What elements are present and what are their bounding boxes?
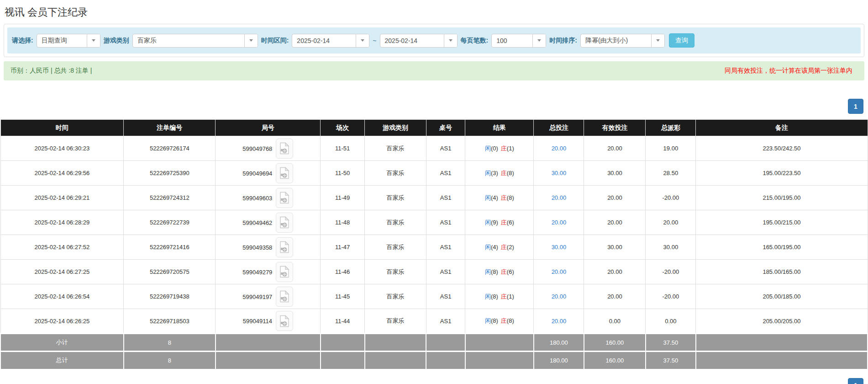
chevron-down-icon[interactable] — [532, 34, 546, 47]
date-to-select[interactable]: 2025-02-14 — [380, 34, 458, 48]
header-payout: 总派彩 — [646, 120, 696, 136]
cell-payout: -20.00 — [646, 260, 696, 284]
result-player-value: (9) — [491, 219, 498, 226]
header-valid-bet: 有效投注 — [584, 120, 646, 136]
query-type-select[interactable]: 日期查询 — [37, 34, 100, 48]
cell-total-bet: 20.00 — [534, 309, 584, 334]
cell-table-no: AS1 — [426, 235, 465, 260]
total-empty — [321, 352, 365, 369]
round-id: 599049114 — [243, 318, 272, 325]
time-range-label: 时间区间: — [261, 37, 289, 45]
total-empty — [216, 352, 321, 369]
video-icon[interactable] — [276, 311, 293, 331]
video-icon[interactable] — [276, 287, 293, 307]
cell-session: 11-44 — [321, 309, 365, 334]
filter-panel: 请选择: 日期查询 游戏类别 百家乐 时间区间: 2025-02-14 ~ 20… — [4, 24, 864, 57]
chevron-down-icon[interactable] — [651, 34, 664, 47]
chevron-down-icon[interactable] — [244, 34, 258, 47]
round-id: 599049197 — [242, 293, 272, 300]
game-type-select[interactable]: 百家乐 — [132, 34, 258, 48]
cell-remark: 223.50/242.50 — [696, 136, 868, 161]
cell-remark: 215.00/195.00 — [696, 186, 868, 210]
cell-payout: -20.00 — [646, 284, 696, 309]
total-bet-link[interactable]: 20.00 — [552, 293, 567, 300]
cell-valid-bet: 20.00 — [584, 210, 646, 235]
total-bet-link[interactable]: 20.00 — [552, 194, 567, 201]
result-banker-value: (1) — [507, 145, 514, 152]
result-player-label: 闲 — [485, 268, 491, 275]
result-player-label: 闲 — [485, 194, 491, 201]
query-type-label: 请选择: — [12, 37, 33, 45]
video-icon[interactable] — [276, 237, 293, 257]
result-banker-value: (1) — [507, 293, 514, 300]
video-icon[interactable] — [276, 163, 293, 183]
date-from-value: 2025-02-14 — [292, 34, 356, 47]
page-title: 视讯 会员下注纪录 — [5, 5, 868, 19]
cell-session: 11-51 — [321, 136, 365, 161]
total-bet-link[interactable]: 20.00 — [552, 268, 567, 275]
subtotal-row: 小计 8 180.00 160.00 37.50 — [0, 334, 868, 352]
result-player-label: 闲 — [485, 244, 491, 251]
total-bet-link[interactable]: 20.00 — [552, 145, 567, 152]
video-icon[interactable] — [276, 188, 293, 208]
result-banker-label: 庄 — [501, 170, 507, 176]
cell-game-type: 百家乐 — [365, 284, 426, 309]
page-size-select[interactable]: 100 — [491, 34, 546, 48]
round-id: 599049358 — [242, 244, 272, 251]
total-empty — [465, 352, 534, 369]
search-button[interactable]: 查询 — [669, 33, 694, 48]
cell-round: 599049358 — [216, 235, 321, 260]
result-player-value: (4) — [491, 194, 498, 201]
round-id: 599049279 — [242, 268, 272, 275]
page: 视讯 会员下注纪录 请选择: 日期查询 游戏类别 百家乐 时间区间: 2025-… — [0, 0, 868, 384]
cell-total-bet: 30.00 — [534, 235, 584, 260]
cell-table-no: AS1 — [426, 309, 465, 334]
result-banker-label: 庄 — [501, 194, 507, 201]
cell-bet-id: 522269721416 — [124, 235, 216, 260]
date-from-select[interactable]: 2025-02-14 — [292, 34, 369, 48]
cell-payout: 0.00 — [646, 309, 696, 334]
cell-time: 2025-02-14 06:26:54 — [0, 284, 124, 309]
chevron-down-icon[interactable] — [444, 34, 457, 47]
cell-valid-bet: 20.00 — [584, 136, 646, 161]
cell-table-no: AS1 — [426, 136, 465, 161]
result-banker-value: (6) — [507, 268, 514, 275]
cell-round: 599049197 — [216, 284, 321, 309]
total-bet-link[interactable]: 30.00 — [552, 244, 567, 251]
sort-select[interactable]: 降幂(由大到小) — [580, 34, 665, 48]
result-banker-label: 庄 — [501, 244, 507, 251]
header-table-no: 桌号 — [426, 120, 465, 136]
cell-result: 闲(4)庄(2) — [465, 235, 534, 260]
result-player-label: 闲 — [485, 145, 491, 152]
subtotal-payout: 37.50 — [646, 334, 696, 352]
video-icon[interactable] — [276, 139, 293, 159]
cell-payout: 28.50 — [646, 161, 696, 186]
video-icon[interactable] — [276, 213, 293, 233]
total-bet-link[interactable]: 30.00 — [552, 170, 567, 176]
header-game-type: 游戏类别 — [365, 120, 426, 136]
page-1-button[interactable]: 1 — [848, 378, 863, 384]
result-banker-value: (8) — [507, 170, 514, 176]
round-id: 599049694 — [242, 170, 272, 176]
total-bet-link[interactable]: 20.00 — [552, 318, 567, 325]
subtotal-empty — [365, 334, 426, 352]
total-empty — [696, 352, 868, 369]
total-empty — [365, 352, 426, 369]
chevron-down-icon[interactable] — [87, 34, 100, 47]
cell-table-no: AS1 — [426, 210, 465, 235]
header-session: 场次 — [321, 120, 365, 136]
date-range-separator: ~ — [373, 37, 376, 44]
total-label: 总计 — [0, 352, 124, 369]
total-bet-link[interactable]: 20.00 — [552, 219, 567, 226]
sort-value: 降幂(由大到小) — [581, 34, 651, 47]
total-payout: 37.50 — [646, 352, 696, 369]
currency-total-text: 币别：人民币 | 总共 :8 注单 | — [11, 67, 92, 75]
cell-result: 闲(8)庄(8) — [465, 309, 534, 334]
table-row: 2025-02-14 06:26:25 522269718503 5990491… — [0, 309, 868, 334]
pagination-top: 1 — [0, 99, 868, 114]
cell-time: 2025-02-14 06:29:56 — [0, 161, 124, 186]
result-banker-label: 庄 — [501, 268, 507, 275]
video-icon[interactable] — [276, 262, 293, 282]
page-1-button[interactable]: 1 — [848, 99, 863, 114]
chevron-down-icon[interactable] — [356, 34, 369, 47]
